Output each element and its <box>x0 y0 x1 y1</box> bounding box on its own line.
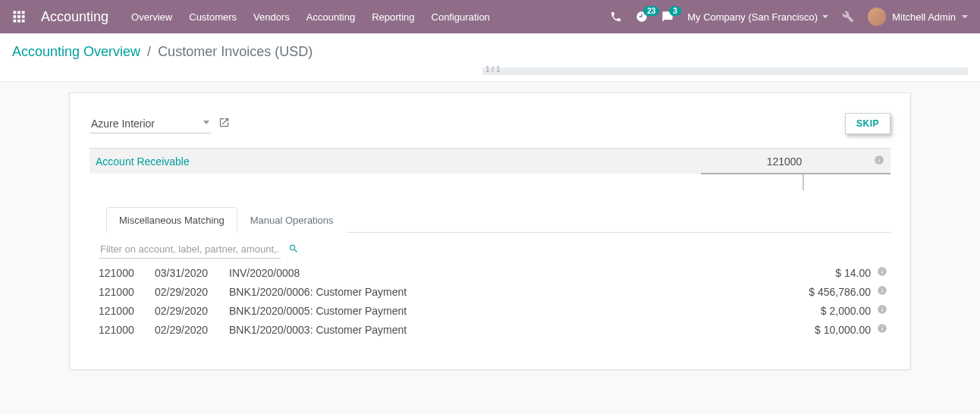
chevron-down-icon <box>962 15 968 18</box>
reconciliation-card: Azure Interior SKIP Account Receivable 1… <box>69 93 911 370</box>
line-amount: $ 10,000.00 <box>772 324 871 336</box>
account-row: Account Receivable 121000 <box>90 148 890 174</box>
line-date: 02/29/2020 <box>155 305 229 317</box>
line-label: BNK1/2020/0003: Customer Payment <box>229 324 772 336</box>
chevron-down-icon <box>822 15 828 18</box>
account-code: 121000 <box>701 155 868 168</box>
company-switcher[interactable]: My Company (San Francisco) <box>687 11 828 23</box>
partner-picker[interactable]: Azure Interior <box>90 114 211 133</box>
nav-reporting[interactable]: Reporting <box>372 11 414 23</box>
amount-separator <box>701 173 890 174</box>
tabs: Miscellaneous Matching Manual Operations <box>106 207 890 233</box>
line-account-code: 121000 <box>99 286 155 298</box>
external-link-icon[interactable] <box>218 117 230 130</box>
table-row[interactable]: 121000 02/29/2020 BNK1/2020/0005: Custom… <box>90 301 890 320</box>
line-account-code: 121000 <box>99 305 155 317</box>
topbar-right: 23 3 My Company (San Francisco) Mitchell… <box>610 8 968 26</box>
svg-rect-1 <box>17 11 20 14</box>
info-icon[interactable] <box>874 155 884 168</box>
breadcrumb: Accounting Overview / Customer Invoices … <box>12 44 968 60</box>
pager-text: 1 / 1 <box>485 65 500 74</box>
partner-select: Azure Interior <box>90 114 230 133</box>
activities-badge: 23 <box>643 6 659 16</box>
app-title[interactable]: Accounting <box>41 9 108 25</box>
svg-rect-2 <box>22 11 25 14</box>
line-date: 02/29/2020 <box>155 324 229 336</box>
line-amount: $ 456,786.00 <box>772 286 871 298</box>
move-lines-table: 121000 03/31/2020 INV/2020/0008 $ 14.00 … <box>90 263 890 339</box>
pager-bar: 1 / 1 <box>12 67 968 75</box>
info-icon[interactable] <box>871 323 887 336</box>
line-account-code: 121000 <box>99 267 155 279</box>
breadcrumb-root[interactable]: Accounting Overview <box>12 44 140 59</box>
tab-miscellaneous-matching[interactable]: Miscellaneous Matching <box>106 207 237 233</box>
nav-overview[interactable]: Overview <box>131 11 172 23</box>
line-account-code: 121000 <box>99 324 155 336</box>
line-amount: $ 2,000.00 <box>772 305 871 317</box>
info-icon[interactable] <box>871 266 887 279</box>
apps-icon[interactable] <box>12 10 26 24</box>
nav-customers[interactable]: Customers <box>189 11 237 23</box>
search-icon[interactable] <box>288 243 299 256</box>
main-container: Azure Interior SKIP Account Receivable 1… <box>69 93 911 393</box>
line-date: 03/31/2020 <box>155 267 229 279</box>
svg-rect-6 <box>14 20 17 23</box>
discuss-icon[interactable]: 3 <box>661 11 674 23</box>
breadcrumb-bar: Accounting Overview / Customer Invoices … <box>0 33 980 82</box>
avatar <box>868 8 886 26</box>
user-menu[interactable]: Mitchell Admin <box>868 8 968 26</box>
table-row[interactable]: 121000 02/29/2020 BNK1/2020/0003: Custom… <box>90 320 890 339</box>
filter-row <box>90 233 890 263</box>
card-header-row: Azure Interior SKIP <box>90 113 890 134</box>
breadcrumb-current: Customer Invoices (USD) <box>158 44 313 59</box>
nav-configuration[interactable]: Configuration <box>432 11 490 23</box>
chevron-down-icon <box>203 121 209 124</box>
svg-rect-0 <box>14 11 17 14</box>
info-icon[interactable] <box>871 285 887 298</box>
filter-input[interactable] <box>99 240 281 259</box>
tab-manual-operations[interactable]: Manual Operations <box>237 207 347 233</box>
table-row[interactable]: 121000 02/29/2020 BNK1/2020/0006: Custom… <box>90 282 890 301</box>
nav-accounting[interactable]: Accounting <box>306 11 355 23</box>
info-icon[interactable] <box>871 304 887 317</box>
account-name[interactable]: Account Receivable <box>96 155 701 168</box>
skip-button[interactable]: SKIP <box>845 113 890 134</box>
nav-vendors[interactable]: Vendors <box>253 11 290 23</box>
activities-icon[interactable]: 23 <box>636 11 648 23</box>
line-label: INV/2020/0008 <box>229 267 772 279</box>
line-label: BNK1/2020/0005: Customer Payment <box>229 305 772 317</box>
line-date: 02/29/2020 <box>155 286 229 298</box>
nav-menu: Overview Customers Vendors Accounting Re… <box>131 11 610 23</box>
svg-rect-4 <box>17 15 20 18</box>
svg-rect-3 <box>14 15 17 18</box>
partner-name: Azure Interior <box>91 118 155 130</box>
divider <box>803 174 804 190</box>
user-name: Mitchell Admin <box>892 11 956 23</box>
table-row[interactable]: 121000 03/31/2020 INV/2020/0008 $ 14.00 <box>90 263 890 282</box>
pager-progress: 1 / 1 <box>482 67 968 75</box>
discuss-badge: 3 <box>669 6 681 16</box>
phone-icon[interactable] <box>610 11 622 23</box>
debug-icon[interactable] <box>842 11 854 23</box>
line-amount: $ 14.00 <box>772 267 871 279</box>
company-name: My Company (San Francisco) <box>687 11 818 23</box>
breadcrumb-separator: / <box>147 44 151 59</box>
line-label: BNK1/2020/0006: Customer Payment <box>229 286 772 298</box>
svg-rect-7 <box>17 20 20 23</box>
svg-rect-8 <box>22 20 25 23</box>
svg-rect-5 <box>22 15 25 18</box>
topbar: Accounting Overview Customers Vendors Ac… <box>0 0 980 33</box>
